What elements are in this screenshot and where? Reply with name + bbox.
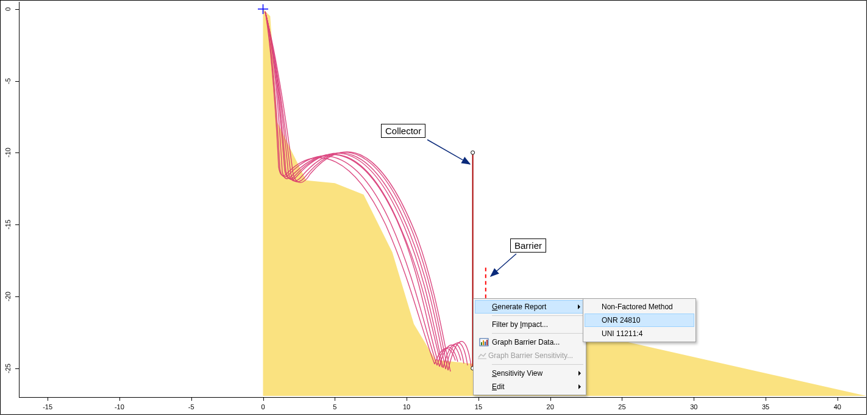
y-tick-label: -10 [4,146,12,159]
menu-item-generate-report[interactable]: Generate Report [475,300,585,314]
x-tick-label: 40 [834,403,841,411]
x-tick-label: 35 [762,403,769,411]
svg-rect-4 [481,342,482,345]
svg-rect-5 [483,340,484,345]
x-tick [478,397,479,401]
x-tick [407,397,407,401]
generate-report-submenu[interactable]: Non-Factored Method ONR 24810 UNI 11211:… [583,298,696,342]
x-tick-label: -10 [115,403,124,411]
menu-separator [492,315,583,316]
x-tick [191,397,192,401]
x-tick [119,397,120,401]
x-tick [48,397,48,401]
blank-icon [477,381,491,392]
menu-item-label: Graph Barrier Data... [492,338,560,346]
x-tick-label: 0 [261,403,265,411]
submenu-arrow-icon [578,371,581,376]
collector-arrow [427,140,470,164]
menu-item-filter-by-impact[interactable]: Filter by Impact... [475,318,585,331]
menu-item-label: Sensitivity View [492,369,542,378]
x-tick [550,397,551,401]
y-tick-label: -25 [4,362,12,375]
blank-icon [477,301,491,312]
x-tick-label: 30 [690,403,697,411]
y-tick-label: -15 [4,218,12,231]
y-tick-label: 0 [4,3,12,15]
collector-top-node[interactable] [471,151,475,154]
x-tick [694,397,694,401]
app-frame: -15-10-50510152025303540 0-5-10-15-20-25… [0,0,867,415]
submenu-item-label: Non-Factored Method [602,303,673,311]
x-tick-label: 5 [333,403,336,411]
menu-item-graph-barrier-sensitivity: Graph Barrier Sensitivity... [475,349,585,362]
y-tick [15,152,19,153]
x-tick-label: 25 [618,403,625,411]
menu-item-label: Edit [492,382,505,391]
y-tick [15,81,19,82]
x-tick-label: 10 [403,403,410,411]
context-menu[interactable]: Generate Report Filter by Impact... Grap… [473,298,586,395]
menu-item-graph-barrier-data[interactable]: Graph Barrier Data... [475,335,585,349]
submenu-item-label: UNI 11211:4 [602,329,642,338]
x-tick-label: -5 [188,403,194,411]
x-tick [622,397,622,401]
x-tick [263,397,264,401]
menu-separator [492,364,583,365]
y-tick-label: -20 [4,290,12,303]
plot-canvas[interactable] [1,1,866,415]
menu-item-edit[interactable]: Edit [475,380,585,393]
submenu-item-non-factored[interactable]: Non-Factored Method [585,300,694,314]
blank-icon [477,319,491,330]
x-tick-label: 15 [475,403,482,411]
submenu-item-label: ONR 24810 [602,316,640,325]
y-tick [15,9,19,10]
menu-item-label: Generate Report [492,303,546,311]
y-tick [15,368,19,369]
y-tick-label: -5 [4,75,12,87]
x-tick [766,397,766,401]
callout-label: Collector [385,126,421,136]
menu-separator [492,333,583,334]
svg-rect-6 [485,342,486,345]
submenu-item-uni-11211-4[interactable]: UNI 11211:4 [585,327,694,340]
submenu-arrow-icon [578,304,580,309]
svg-rect-7 [486,340,488,345]
barrier-arrow [491,254,516,276]
barrier-callout[interactable]: Barrier [510,238,546,253]
submenu-arrow-icon [578,384,581,389]
chart-grey-icon [477,350,487,361]
callout-label: Barrier [514,240,542,251]
x-tick [838,397,838,401]
menu-item-sensitivity-view[interactable]: Sensitivity View [475,367,585,380]
menu-item-label: Filter by Impact... [492,320,548,329]
submenu-item-onr-24810[interactable]: ONR 24810 [585,314,694,327]
y-tick [15,296,19,297]
collector-callout[interactable]: Collector [381,124,425,138]
x-tick-label: -15 [43,403,52,411]
chart-icon [477,337,491,348]
y-tick [15,224,19,225]
seeder-marker[interactable] [258,4,268,14]
menu-item-label: Graph Barrier Sensitivity... [488,351,573,360]
x-tick [335,397,335,401]
x-tick-label: 20 [547,403,554,411]
blank-icon [477,368,491,379]
